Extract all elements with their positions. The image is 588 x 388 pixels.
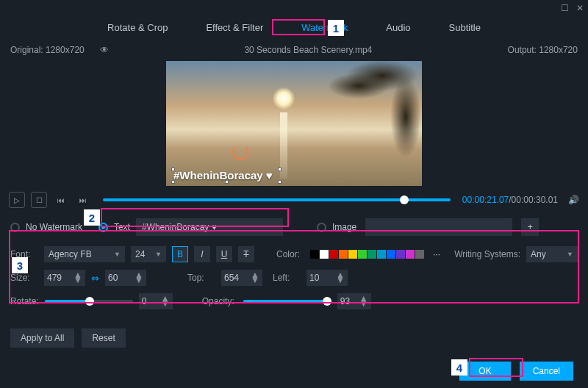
tab-audio[interactable]: Audio (383, 21, 413, 35)
cancel-button[interactable]: Cancel (520, 362, 573, 381)
bold-button[interactable]: B (172, 246, 188, 262)
visibility-icon[interactable]: 👁 (100, 45, 109, 55)
timeline-slider[interactable] (103, 198, 451, 201)
swatch[interactable] (358, 250, 367, 259)
tab-rotate-crop[interactable]: Rotate & Crop (104, 21, 171, 35)
color-swatches (310, 250, 424, 259)
slider-knob[interactable] (85, 297, 94, 306)
radio-image[interactable] (317, 223, 326, 232)
strike-button[interactable]: T (238, 246, 254, 262)
resize-handle[interactable] (225, 180, 229, 184)
video-preview[interactable]: #WheninBoracay ♥ (166, 61, 422, 186)
add-image-button[interactable]: + (521, 218, 539, 236)
label-no-watermark: No Watermark (26, 222, 82, 232)
top-label: Top: (187, 273, 215, 283)
resize-handle[interactable] (278, 168, 282, 171)
swatch[interactable] (377, 250, 386, 259)
opacity-slider[interactable] (243, 300, 331, 303)
maximize-icon[interactable]: ☐ (561, 3, 569, 13)
swatch[interactable] (406, 250, 415, 259)
callout-4: 4 (451, 359, 467, 376)
swatch[interactable] (348, 250, 357, 259)
swatch[interactable] (368, 250, 376, 259)
label-text: Text (114, 222, 130, 232)
height-input[interactable]: 60▲▼ (105, 270, 146, 286)
preview-scenery (273, 87, 295, 109)
opacity-label: Opacity: (202, 296, 237, 306)
link-dimensions-icon[interactable]: ⇔ (91, 273, 99, 284)
next-frame-button[interactable]: ⏭ (75, 192, 91, 208)
tab-effect-filter[interactable]: Effect & Filter (203, 21, 266, 35)
rotate-label: Rotate: (10, 296, 39, 306)
swatch[interactable] (415, 250, 424, 259)
swatch[interactable] (387, 250, 395, 259)
stop-button[interactable]: ☐ (31, 192, 47, 208)
swatch[interactable] (329, 250, 338, 259)
writing-systems-select[interactable]: Any▼ (526, 246, 578, 262)
resize-handle[interactable] (171, 168, 175, 171)
font-family-select[interactable]: Agency FB▼ (44, 246, 125, 262)
opacity-value[interactable]: 93▲▼ (337, 293, 371, 309)
resize-handle[interactable] (171, 180, 175, 184)
output-resolution: Output: 1280x720 (508, 45, 578, 55)
close-icon[interactable]: ✕ (576, 3, 584, 13)
slider-knob[interactable] (323, 297, 331, 306)
left-input[interactable]: 10▲▼ (306, 270, 348, 286)
text-watermark-input[interactable] (136, 218, 283, 236)
file-name: 30 Seconds Beach Scenery.mp4 (244, 45, 372, 55)
top-input[interactable]: 654▲▼ (221, 270, 262, 286)
time-display: 00:00:21.07/00:00:30.01 (462, 195, 558, 205)
underline-button[interactable]: U (216, 246, 232, 262)
rotate-slider[interactable] (45, 300, 133, 303)
tab-subtitle[interactable]: Subtitle (446, 21, 484, 35)
apply-to-all-button[interactable]: Apply to All (10, 328, 74, 348)
prev-frame-button[interactable]: ⏮ (53, 192, 69, 208)
swatch[interactable] (339, 250, 348, 259)
swatch[interactable] (396, 250, 405, 259)
callout-2: 2 (84, 209, 100, 226)
left-label: Left: (273, 273, 301, 283)
more-colors[interactable]: ··· (433, 249, 440, 259)
image-path-input[interactable] (365, 218, 512, 236)
play-button[interactable]: ▷ (9, 192, 25, 208)
reset-button[interactable]: Reset (82, 328, 125, 348)
rotate-value[interactable]: 0▲▼ (139, 293, 173, 309)
color-label: Color: (276, 249, 304, 259)
swatch[interactable] (310, 250, 319, 259)
radio-no-watermark[interactable] (10, 223, 20, 232)
label-image: Image (332, 222, 356, 232)
font-size-select[interactable]: 24▼ (131, 246, 166, 262)
swatch[interactable] (320, 250, 329, 259)
timeline-knob[interactable] (400, 195, 409, 204)
watermark-overlay-text[interactable]: #WheninBoracay ♥ (173, 169, 273, 182)
callout-1: 1 (328, 20, 344, 36)
callout-3: 3 (12, 257, 28, 273)
italic-button[interactable]: I (194, 246, 210, 262)
loading-icon (232, 144, 248, 160)
volume-icon[interactable]: 🔊 (568, 195, 579, 205)
size-label: Size: (10, 273, 38, 283)
writing-systems-label: Writing Systems: (454, 249, 520, 259)
original-resolution: Original: 1280x720 (10, 45, 85, 55)
resize-handle[interactable] (278, 180, 282, 184)
width-input[interactable]: 479▲▼ (44, 270, 85, 286)
editor-tabs: Rotate & Crop Effect & Filter Watermark … (0, 16, 588, 42)
info-bar: Original: 1280x720 👁 30 Seconds Beach Sc… (0, 42, 588, 58)
